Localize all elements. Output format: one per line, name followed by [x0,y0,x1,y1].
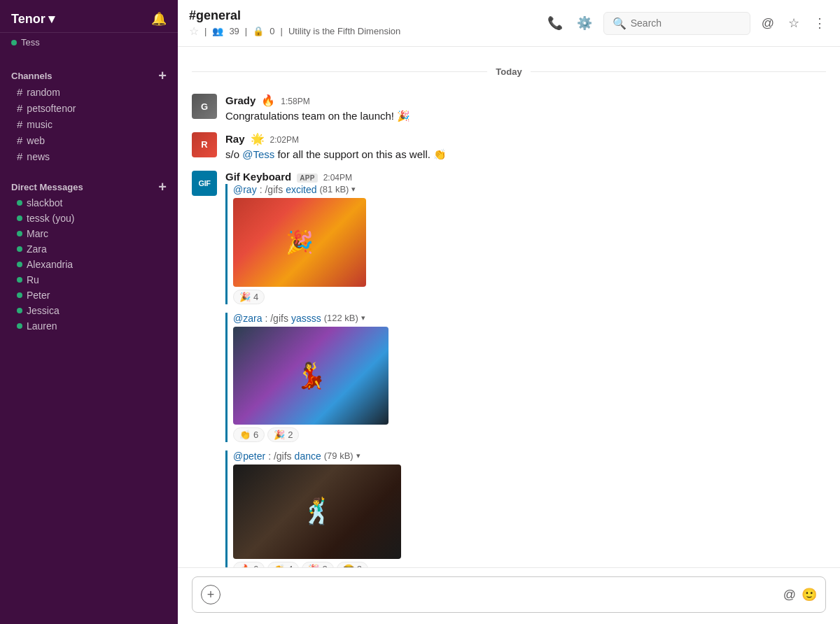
star-header-icon[interactable]: ☆ [785,13,802,34]
channel-header: #general ☆ | 👥 39 | 🔒 0 | Utility is the… [178,0,840,47]
separator2: | [245,26,247,36]
search-box[interactable]: 🔍 [603,12,750,35]
message-header-gif-keyboard: Gif Keyboard APP 2:04PM [225,171,826,183]
notifications-bell-icon[interactable]: 🔔 [151,11,167,27]
date-divider: Today [192,66,826,77]
reaction-emoji: 🔥 [239,564,251,567]
message-grady: G Grady 🔥 1:58PM Congratulations team on… [178,91,840,127]
dm-name-tessk: tessk (you) [27,213,74,224]
reactions-yassss: 👏 6 🎉 2 [233,427,826,442]
message-input-area: + @ 🙂 [178,567,840,624]
gif-dropdown-arrow-excited[interactable]: ▾ [351,185,356,194]
sidebar-item-random[interactable]: # random [6,84,172,100]
hash-icon: # [17,118,22,130]
dm-item-marc[interactable]: Marc [6,226,172,241]
sender-ray[interactable]: Ray [225,133,245,145]
separator: | [204,26,206,36]
dm-item-slackbot[interactable]: slackbot [6,195,172,211]
dm-item-tessk[interactable]: tessk (you) [6,211,172,226]
current-user-name: Tess [21,37,40,48]
message-header-ray: Ray 🌟 2:02PM [225,132,826,146]
dm-status-dot [17,246,22,252]
dm-section-header[interactable]: Direct Messages + [0,178,178,195]
reaction-party-excited[interactable]: 🎉 4 [233,290,265,304]
members-icon: 👥 [212,26,223,36]
dm-item-alexandria[interactable]: Alexandria [6,257,172,272]
workspace-dropdown-icon: ▾ [48,11,55,27]
avatar-ray: R [192,132,217,157]
reactions-dance: 🔥 6 👏 4 🎉 2 😎 2 [233,562,826,567]
dm-item-ru[interactable]: Ru [6,272,172,288]
dm-name-peter: Peter [27,290,50,301]
dm-status-dot [17,308,22,313]
star-icon[interactable]: ☆ [189,24,199,38]
gif-size-excited: (81 kB) [320,184,349,194]
reaction-party-dance[interactable]: 🎉 2 [302,562,333,567]
mention-tess[interactable]: @Tess [242,148,274,160]
gif-link-dance[interactable]: dance [295,451,321,462]
channel-name-web: web [27,135,45,146]
channel-name-news: news [27,151,50,162]
sidebar-header: Tenor ▾ 🔔 [0,0,178,33]
gif-dropdown-arrow-dance[interactable]: ▾ [356,451,360,460]
dm-item-peter[interactable]: Peter [6,288,172,303]
timestamp-gif-keyboard: 2:04PM [323,173,352,183]
ray-emoji: 🌟 [251,132,265,146]
search-icon: 🔍 [612,17,626,30]
mention-peter[interactable]: @peter [233,451,265,462]
channel-name-petsoftenor: petsoftenor [27,103,76,114]
sidebar-item-web[interactable]: # web [6,132,172,148]
dm-name-alexandria: Alexandria [27,259,73,270]
more-icon[interactable]: ⋮ [811,13,829,34]
reaction-count: 2 [357,564,362,567]
message-input-box: + @ 🙂 [192,576,826,613]
reaction-fire-dance[interactable]: 🔥 6 [233,562,265,567]
gif-link-yassss[interactable]: yassss [291,313,321,324]
gif-dropdown-arrow-yassss[interactable]: ▾ [361,313,365,322]
hash-icon: # [17,150,22,162]
workspace-name[interactable]: Tenor ▾ [11,11,55,27]
at-icon[interactable]: @ [759,13,777,34]
hash-icon: # [17,134,22,146]
input-icons: @ 🙂 [783,587,817,602]
input-emoji-icon[interactable]: 🙂 [802,587,817,602]
dm-item-lauren[interactable]: Lauren [6,318,172,334]
sender-grady[interactable]: Grady [225,94,255,106]
sender-gif-keyboard[interactable]: Gif Keyboard [225,171,291,183]
input-at-icon[interactable]: @ [783,588,796,602]
channel-title: #general [189,8,400,23]
add-dm-button[interactable]: + [158,180,167,194]
channels-section-header[interactable]: Channels + [0,67,178,84]
dm-status-dot [17,215,22,221]
reaction-cool-dance[interactable]: 😎 2 [337,562,368,567]
reaction-emoji: 👏 [239,430,251,440]
add-channel-button[interactable]: + [158,69,167,83]
phone-icon[interactable]: 📞 [545,13,566,34]
mention-ray[interactable]: @ray [233,184,257,195]
reaction-clap-yassss[interactable]: 👏 6 [233,427,265,442]
sidebar-item-petsoftenor[interactable]: # petsoftenor [6,100,172,116]
gif-block-dance: @peter : /gifs dance (79 kB) ▾ 🔥 6 � [225,451,826,567]
channel-description: Utility is the Fifth Dimension [288,26,400,36]
separator3: | [280,26,282,36]
sidebar-item-news[interactable]: # news [6,148,172,164]
dm-item-zara[interactable]: Zara [6,241,172,257]
dm-name-slackbot: slackbot [27,197,62,208]
message-input[interactable] [226,589,778,601]
reaction-party-yassss[interactable]: 🎉 2 [267,427,299,442]
reaction-emoji: 😎 [343,564,354,567]
sidebar-item-music[interactable]: # music [6,116,172,132]
channel-header-right: 📞 ⚙️ 🔍 @ ☆ ⋮ [545,12,829,35]
dm-item-jessica[interactable]: Jessica [6,303,172,318]
mention-zara[interactable]: @zara [233,313,262,324]
search-input[interactable] [631,17,741,29]
dm-name-marc: Marc [27,228,48,239]
gif-link-excited[interactable]: excited [286,184,316,195]
reaction-clap-dance[interactable]: 👏 4 [267,562,299,567]
input-add-button[interactable]: + [201,585,220,604]
members-count: 39 [229,26,239,36]
dm-name-lauren: Lauren [27,320,57,332]
message-text-ray: s/o @Tess for all the support on this as… [225,147,826,162]
gear-icon[interactable]: ⚙️ [574,13,595,34]
reaction-emoji: 👏 [274,564,285,567]
